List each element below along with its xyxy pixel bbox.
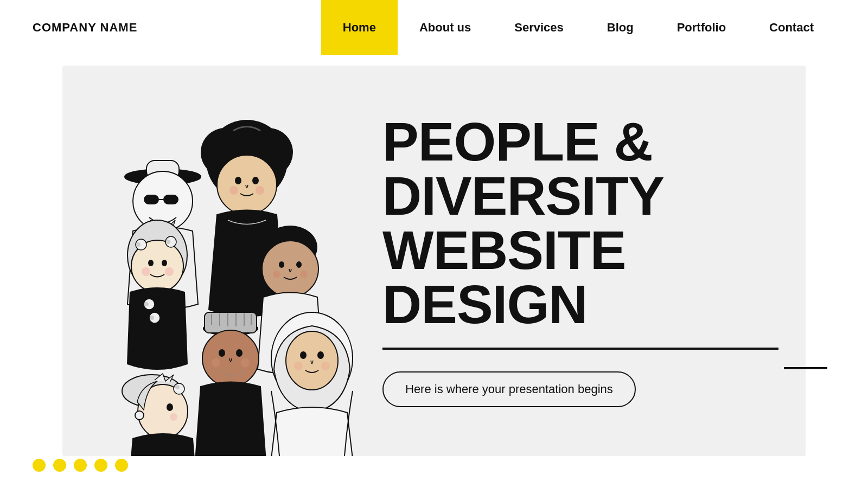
svg-point-49 — [236, 349, 242, 357]
line-accent — [784, 367, 827, 369]
hero-title-line2: DIVERSITY — [382, 165, 664, 226]
svg-point-9 — [217, 155, 277, 215]
dot-1[interactable] — [33, 459, 46, 472]
svg-point-51 — [241, 358, 250, 367]
person-hijab — [270, 312, 354, 456]
svg-point-27 — [150, 316, 154, 320]
svg-point-60 — [167, 403, 173, 411]
svg-point-23 — [165, 267, 174, 276]
navbar: COMPANY NAME Home About us Services Blog… — [0, 0, 868, 55]
svg-point-50 — [212, 358, 220, 367]
svg-point-30 — [279, 261, 284, 268]
svg-point-63 — [175, 385, 180, 389]
svg-point-22 — [142, 267, 150, 276]
svg-point-47 — [240, 371, 242, 373]
person-flowers — [127, 220, 187, 369]
svg-point-42 — [202, 330, 259, 387]
svg-point-20 — [148, 260, 154, 266]
hero-title-line4: DESIGN — [382, 274, 587, 335]
hero-card: PEOPLE & DIVERSITY WEBSITE DESIGN Here i… — [62, 66, 806, 456]
svg-point-54 — [300, 351, 307, 359]
nav-link-home[interactable]: Home — [321, 0, 398, 55]
dot-2[interactable] — [53, 459, 66, 472]
svg-point-10 — [235, 177, 241, 184]
hero-title-line1: PEOPLE & — [382, 111, 653, 172]
svg-point-55 — [317, 351, 324, 359]
svg-point-33 — [300, 271, 308, 278]
svg-point-32 — [273, 271, 280, 278]
nav-link-portfolio[interactable]: Portfolio — [655, 0, 748, 55]
hero-title-line3: WEBSITE — [382, 220, 626, 280]
svg-point-17 — [136, 242, 141, 247]
nav-link-contact[interactable]: Contact — [748, 0, 835, 55]
svg-point-12 — [229, 186, 238, 195]
svg-point-25 — [144, 302, 149, 306]
svg-point-11 — [252, 177, 259, 184]
nav-link-services[interactable]: Services — [493, 0, 585, 55]
nav-links: Home About us Services Blog Portfolio Co… — [321, 0, 835, 55]
person-beanie — [195, 312, 266, 456]
svg-point-13 — [256, 186, 264, 195]
dot-5[interactable] — [115, 459, 128, 472]
svg-point-31 — [296, 261, 302, 268]
company-logo[interactable]: COMPANY NAME — [33, 21, 137, 35]
people-illustration — [79, 76, 366, 456]
nav-link-about[interactable]: About us — [398, 0, 493, 55]
svg-point-64 — [170, 413, 177, 421]
svg-point-48 — [219, 349, 225, 357]
dot-3[interactable] — [74, 459, 87, 472]
svg-point-61 — [135, 411, 144, 420]
hero-title: PEOPLE & DIVERSITY WEBSITE DESIGN — [382, 114, 778, 331]
svg-point-21 — [162, 260, 167, 266]
svg-point-62 — [174, 383, 184, 394]
svg-point-44 — [224, 374, 226, 376]
hero-illustration — [62, 66, 366, 456]
person-looking-away — [122, 374, 195, 456]
svg-point-19 — [166, 240, 170, 244]
svg-point-53 — [286, 331, 338, 390]
svg-point-57 — [321, 362, 330, 370]
svg-point-45 — [229, 375, 232, 377]
svg-point-43 — [219, 371, 221, 373]
svg-rect-4 — [163, 195, 178, 204]
hero-text-area: PEOPLE & DIVERSITY WEBSITE DESIGN Here i… — [366, 66, 806, 456]
hero-cta-button[interactable]: Here is where your presentation begins — [382, 371, 636, 407]
hero-section: PEOPLE & DIVERSITY WEBSITE DESIGN Here i… — [0, 55, 868, 488]
svg-point-46 — [235, 374, 237, 376]
svg-point-29 — [262, 241, 318, 297]
dot-4[interactable] — [94, 459, 107, 472]
hero-divider — [382, 348, 778, 350]
svg-point-56 — [294, 362, 303, 370]
svg-rect-3 — [144, 195, 159, 204]
pagination-dots — [33, 459, 128, 472]
nav-link-blog[interactable]: Blog — [585, 0, 655, 55]
